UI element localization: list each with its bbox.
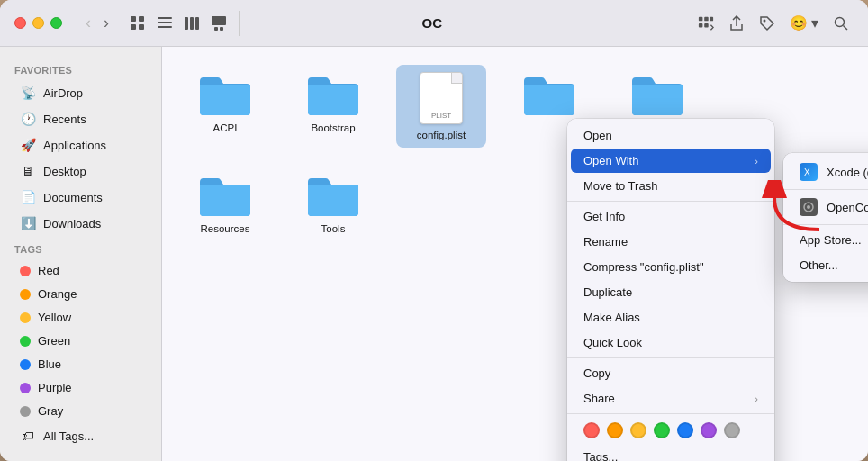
tag-icon	[759, 15, 775, 32]
grid-view-button[interactable]	[125, 11, 150, 36]
file-label: Tools	[321, 223, 346, 234]
forward-button[interactable]: ›	[98, 10, 114, 36]
search-icon	[833, 15, 849, 32]
documents-icon: 📄	[20, 189, 36, 205]
submenu-separator-2	[783, 224, 868, 225]
sidebar-item-label: Red	[38, 264, 59, 277]
sidebar-item-label: Yellow	[38, 311, 71, 324]
orange-dot	[20, 289, 31, 300]
more-button[interactable]: 😊 ▾	[785, 10, 823, 36]
submenu-separator-1	[783, 189, 868, 190]
ctx-share[interactable]: Share ›	[571, 386, 771, 411]
sidebar-item-red[interactable]: Red	[5, 259, 156, 282]
tags-label: Tags	[0, 237, 161, 258]
color-tag-purple[interactable]	[701, 422, 717, 438]
list-view-button[interactable]	[152, 11, 177, 36]
sidebar-item-recents[interactable]: 🕐 Recents	[5, 106, 156, 131]
color-tag-blue[interactable]	[677, 422, 693, 438]
ctx-rename[interactable]: Rename	[571, 230, 771, 254]
sidebar-item-applications[interactable]: 🚀 Applications	[5, 132, 156, 158]
maximize-button[interactable]	[50, 17, 62, 29]
ctx-move-to-trash[interactable]: Move to Trash	[571, 174, 771, 198]
sidebar-item-label: AirDrop	[43, 86, 83, 100]
ctx-duplicate[interactable]: Duplicate	[571, 280, 771, 304]
close-button[interactable]	[14, 17, 26, 29]
color-tag-red[interactable]	[583, 422, 600, 438]
svg-rect-16	[698, 23, 702, 28]
gray-dot	[20, 406, 31, 417]
tag-button[interactable]	[755, 11, 780, 36]
sidebar-item-downloads[interactable]: ⬇️ Downloads	[5, 211, 156, 236]
ctx-duplicate-label: Duplicate	[583, 285, 632, 299]
all-tags-icon: 🏷	[20, 428, 36, 444]
group-button[interactable]	[693, 11, 719, 36]
share-button[interactable]	[724, 11, 749, 36]
minimize-button[interactable]	[32, 17, 44, 29]
svg-point-19	[836, 17, 845, 26]
oc-app-icon	[800, 198, 818, 216]
sidebar-item-blue[interactable]: Blue	[5, 353, 156, 375]
ctx-tags[interactable]: Tags...	[571, 445, 771, 461]
submenu-app-store[interactable]: App Store...	[787, 228, 868, 252]
sidebar-item-label: Applications	[43, 139, 106, 152]
file-item-bootstrap[interactable]: Bootstrap	[288, 65, 378, 148]
ctx-compress[interactable]: Compress "config.plist"	[571, 255, 771, 279]
traffic-lights	[14, 17, 62, 29]
sidebar-item-airdrop[interactable]: 📡 AirDrop	[5, 80, 156, 105]
folder-icon	[198, 72, 252, 117]
color-tag-orange[interactable]	[607, 422, 623, 438]
search-button[interactable]	[828, 11, 854, 36]
ctx-open-with-label: Open With	[583, 154, 638, 167]
sidebar-item-gray[interactable]: Gray	[5, 400, 156, 422]
submenu-oc-configurator[interactable]: OpenCore Configurator	[787, 193, 868, 221]
color-tag-green[interactable]	[654, 422, 670, 438]
file-item-acpi[interactable]: ACPI	[180, 65, 270, 148]
sidebar-item-purple[interactable]: Purple	[5, 376, 156, 399]
submenu-xcode[interactable]: X Xcode (default)	[787, 158, 868, 186]
yellow-dot	[20, 312, 31, 323]
sidebar-item-all-tags[interactable]: 🏷 All Tags...	[5, 423, 156, 448]
svg-rect-1	[139, 16, 144, 22]
file-item-resources[interactable]: Resources	[180, 166, 270, 241]
ctx-separator-3	[567, 413, 774, 414]
svg-point-18	[763, 19, 765, 22]
ctx-copy[interactable]: Copy	[571, 361, 771, 385]
blue-dot	[20, 359, 31, 370]
back-button[interactable]: ‹	[80, 10, 96, 36]
ctx-make-alias[interactable]: Make Alias	[571, 305, 771, 330]
color-tag-yellow[interactable]	[630, 422, 646, 438]
submenu-other[interactable]: Other...	[787, 253, 868, 277]
ctx-get-info[interactable]: Get Info	[571, 204, 771, 229]
svg-line-20	[844, 25, 848, 30]
svg-rect-4	[158, 17, 172, 19]
list-view-icon	[157, 15, 173, 32]
ctx-open[interactable]: Open	[571, 123, 771, 148]
main-area: Favorites 📡 AirDrop 🕐 Recents 🚀 Applicat…	[0, 47, 868, 461]
fold-corner	[451, 73, 462, 84]
color-tag-gray[interactable]	[724, 422, 740, 438]
chevron-right-icon: ›	[755, 393, 758, 404]
nav-buttons: ‹ ›	[80, 10, 114, 36]
file-item-tools[interactable]: Tools	[288, 166, 378, 241]
file-item-config[interactable]: PLIST config.plist	[396, 65, 486, 148]
ctx-share-label: Share	[583, 392, 615, 405]
toolbar-tools: 😊 ▾	[693, 10, 854, 36]
sidebar-item-yellow[interactable]: Yellow	[5, 306, 156, 329]
submenu-other-label: Other...	[800, 258, 838, 272]
titlebar: ‹ ›	[0, 0, 868, 47]
favorites-label: Favorites	[0, 58, 161, 79]
sidebar-item-documents[interactable]: 📄 Documents	[5, 185, 156, 210]
svg-text:X: X	[804, 167, 810, 177]
sidebar-item-label: Gray	[38, 404, 63, 418]
sidebar-item-label: Blue	[38, 357, 61, 371]
ctx-open-with[interactable]: Open With ›	[571, 149, 771, 173]
sidebar: Favorites 📡 AirDrop 🕐 Recents 🚀 Applicat…	[0, 47, 162, 461]
oc-icon	[802, 201, 815, 213]
downloads-icon: ⬇️	[20, 215, 36, 231]
ctx-quick-look[interactable]: Quick Look	[571, 330, 771, 355]
svg-rect-0	[131, 16, 136, 22]
sidebar-item-green[interactable]: Green	[5, 330, 156, 352]
file-label: config.plist	[417, 130, 466, 140]
sidebar-item-orange[interactable]: Orange	[5, 283, 156, 305]
sidebar-item-desktop[interactable]: 🖥 Desktop	[5, 158, 156, 184]
